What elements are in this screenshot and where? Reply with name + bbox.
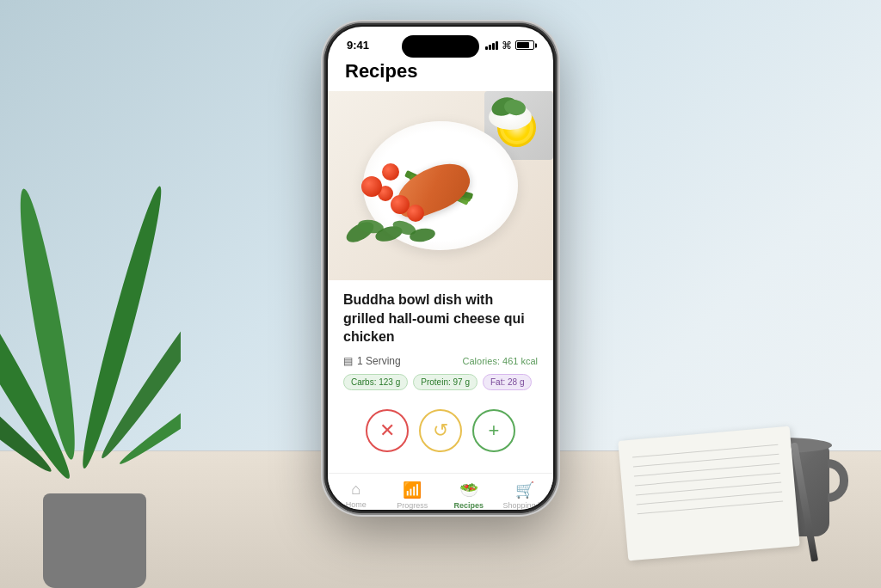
nav-home[interactable]: ⌂ Home xyxy=(328,481,385,509)
nav-shopping-label: Shopping list xyxy=(502,501,547,510)
cancel-button[interactable]: ✕ xyxy=(366,409,409,452)
page-title: Recipes xyxy=(345,60,536,83)
home-icon: ⌂ xyxy=(351,481,360,499)
food-image xyxy=(328,91,553,280)
serving-info: ▤ 1 Serving xyxy=(343,355,401,367)
food-image-bg xyxy=(328,91,553,280)
wifi-icon: ⌘ xyxy=(502,40,512,52)
phone-body: 9:41 ⌘ Recipes xyxy=(324,23,557,513)
plant-leaves xyxy=(0,150,181,511)
shopping-icon: 🛒 xyxy=(515,481,534,499)
nav-progress[interactable]: 📶 Progress xyxy=(385,481,441,510)
status-time: 9:41 xyxy=(347,39,369,52)
nav-recipes[interactable]: 🥗 Recipes xyxy=(440,481,497,510)
serving-icon: ▤ xyxy=(343,355,353,367)
bottom-nav: ⌂ Home 📶 Progress 🥗 Recipes 🛒 Shopping l… xyxy=(328,473,553,510)
nutrition-badges: Carbs: 123 g Protein: 97 g Fat: 28 g xyxy=(343,374,538,390)
app-header: Recipes xyxy=(328,57,553,91)
notebook xyxy=(618,426,799,561)
plant xyxy=(0,158,215,588)
nav-recipes-label: Recipes xyxy=(453,501,484,510)
nav-progress-label: Progress xyxy=(397,501,428,510)
fat-badge: Fat: 28 g xyxy=(483,374,532,390)
signal-icon xyxy=(485,41,498,50)
nav-shopping[interactable]: 🛒 Shopping list xyxy=(497,481,554,510)
recipes-icon: 🥗 xyxy=(459,481,478,499)
progress-icon: 📶 xyxy=(403,481,422,499)
phone-screen: 9:41 ⌘ Recipes xyxy=(328,27,553,510)
protein-badge: Protein: 97 g xyxy=(413,374,477,390)
reset-button[interactable]: ↺ xyxy=(419,409,462,452)
calories-info: Calories: 461 kcal xyxy=(463,356,538,366)
add-button[interactable]: + xyxy=(472,409,515,452)
action-buttons: ✕ ↺ + xyxy=(343,402,538,462)
dynamic-island xyxy=(402,35,479,58)
recipe-title: Buddha bowl dish with grilled hall-oumi … xyxy=(343,291,538,346)
phone: 9:41 ⌘ Recipes xyxy=(324,23,557,513)
serving-text: 1 Serving xyxy=(357,355,401,367)
svg-point-1 xyxy=(11,187,84,462)
status-icons: ⌘ xyxy=(485,40,534,52)
carbs-badge: Carbs: 123 g xyxy=(343,374,408,390)
nav-home-label: Home xyxy=(346,500,367,509)
recipe-card: Buddha bowl dish with grilled hall-oumi … xyxy=(328,280,553,473)
serving-row: ▤ 1 Serving Calories: 461 kcal xyxy=(343,355,538,367)
battery-icon xyxy=(515,40,534,50)
